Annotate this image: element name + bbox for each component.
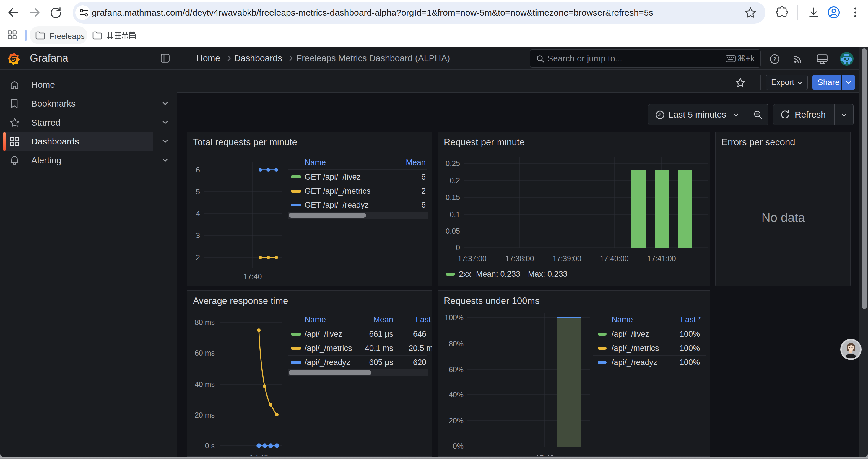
- svg-text:?: ?: [773, 56, 776, 62]
